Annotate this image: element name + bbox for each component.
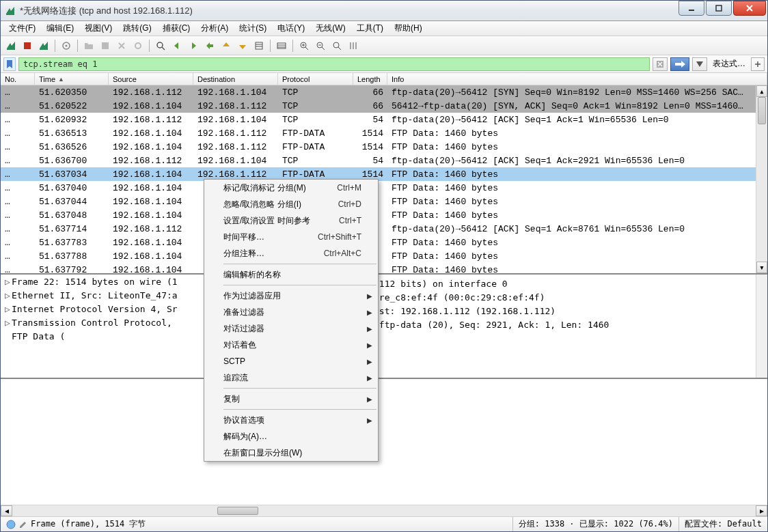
status-edit-icon[interactable] xyxy=(18,520,28,529)
options-icon[interactable] xyxy=(59,38,74,53)
filter-bookmark-icon[interactable] xyxy=(3,57,16,71)
packet-row[interactable]: …51.637788192.168.1.104FTP Data: 1460 by… xyxy=(1,249,767,263)
menu-item[interactable]: 分析(A) xyxy=(195,21,234,36)
detail-line[interactable]: ▷Internet Protocol Version 4, SrDst: 192… xyxy=(3,303,765,317)
col-header-length[interactable]: Length xyxy=(353,73,387,85)
go-forward-icon[interactable] xyxy=(186,38,201,53)
col-header-protocol[interactable]: Protocol xyxy=(278,73,353,85)
packet-row[interactable]: …51.637040192.168.1.104FTP Data: 1460 by… xyxy=(1,181,767,195)
packet-row[interactable]: …51.620932192.168.1.112192.168.1.104TCP5… xyxy=(1,113,767,126)
scroll-up-icon[interactable]: ▴ xyxy=(756,85,767,97)
scroll-thumb[interactable] xyxy=(758,97,766,124)
status-profile[interactable]: 配置文件: Default xyxy=(679,517,767,531)
packet-row[interactable]: …51.637048192.168.1.104FTP Data: 1460 by… xyxy=(1,208,767,222)
context-menu-item[interactable]: 对话过滤器▶ xyxy=(204,320,378,337)
filter-recent-icon[interactable] xyxy=(692,57,707,71)
context-menu-item[interactable]: SCTP▶ xyxy=(204,353,378,369)
packet-row[interactable]: …51.637044192.168.1.104FTP Data: 1460 by… xyxy=(1,195,767,208)
packet-row[interactable]: …51.620522192.168.1.104192.168.1.112TCP6… xyxy=(1,99,767,113)
filter-clear-icon[interactable] xyxy=(653,57,668,71)
scroll-right-icon[interactable]: ▸ xyxy=(756,505,767,516)
context-menu-item[interactable]: 准备过滤器▶ xyxy=(204,304,378,320)
filter-apply-icon[interactable] xyxy=(670,57,689,71)
context-menu-item[interactable]: 解码为(A)… xyxy=(204,428,378,445)
expression-label[interactable]: 表达式… xyxy=(710,58,748,70)
packet-row[interactable]: …51.620350192.168.1.112192.168.1.104TCP6… xyxy=(1,85,767,99)
close-button[interactable] xyxy=(733,1,766,16)
status-expert-icon[interactable] xyxy=(6,520,16,529)
packet-row[interactable]: …51.637792192.168.1.104FTP Data: 1460 by… xyxy=(1,263,767,273)
zoom-out-icon[interactable] xyxy=(313,38,328,53)
packet-vscrollbar[interactable]: ▴ ▾ xyxy=(756,85,767,273)
filter-add-icon[interactable] xyxy=(751,57,765,71)
display-filter-input[interactable] xyxy=(18,57,650,71)
packet-row[interactable]: …51.636700192.168.1.112192.168.1.104TCP5… xyxy=(1,154,767,167)
menu-item[interactable]: 编辑(E) xyxy=(41,21,79,36)
find-icon[interactable] xyxy=(153,38,168,53)
colorize-icon[interactable] xyxy=(274,38,289,53)
go-to-icon[interactable] xyxy=(202,38,217,53)
col-header-no[interactable]: No. xyxy=(1,73,35,85)
packet-row[interactable]: …51.636526192.168.1.104192.168.1.112FTP-… xyxy=(1,140,767,154)
hscroll-thumb[interactable] xyxy=(217,507,258,515)
context-menu-item[interactable]: 在新窗口显示分组(W) xyxy=(204,445,378,461)
col-header-time[interactable]: Time▲ xyxy=(35,73,109,85)
menu-item[interactable]: 视图(V) xyxy=(79,21,118,36)
packet-row[interactable]: …51.637783192.168.1.104FTP Data: 1460 by… xyxy=(1,236,767,249)
auto-scroll-icon[interactable] xyxy=(251,38,266,53)
context-menu-item[interactable]: 时间平移…Ctrl+Shift+T xyxy=(204,229,378,245)
scroll-left-icon[interactable]: ◂ xyxy=(1,505,12,516)
context-menu-item[interactable]: 忽略/取消忽略 分组(I)Ctrl+D xyxy=(204,196,378,212)
menu-item[interactable]: 捕获(C) xyxy=(157,21,196,36)
menu-item[interactable]: 跳转(G) xyxy=(118,21,156,36)
zoom-in-icon[interactable] xyxy=(297,38,312,53)
packet-row[interactable]: …51.637714192.168.1.112ftp-data(20)→5641… xyxy=(1,222,767,236)
go-back-icon[interactable] xyxy=(169,38,184,53)
maximize-button[interactable] xyxy=(706,1,732,16)
go-last-icon[interactable] xyxy=(235,38,250,53)
stop-capture-icon[interactable] xyxy=(20,38,35,53)
col-header-destination[interactable]: Destination xyxy=(193,73,278,85)
open-file-icon[interactable] xyxy=(81,38,96,53)
minimize-button[interactable] xyxy=(678,1,704,16)
menu-item[interactable]: 统计(S) xyxy=(234,21,272,36)
bytes-hscrollbar[interactable]: ◂ ▸ xyxy=(1,505,767,516)
packet-rows[interactable]: …51.620350192.168.1.112192.168.1.104TCP6… xyxy=(1,85,767,273)
packet-row[interactable]: …51.637034192.168.1.104192.168.1.112FTP-… xyxy=(1,167,767,181)
packet-details-pane[interactable]: ▷Frame 22: 1514 bytes on wire (12112 bit… xyxy=(1,275,767,379)
menu-item[interactable]: 无线(W) xyxy=(310,21,351,36)
menu-item[interactable]: 工具(T) xyxy=(351,21,389,36)
packet-list-header[interactable]: No. Time▲ Source Destination Protocol Le… xyxy=(1,73,767,85)
scroll-down-icon[interactable]: ▾ xyxy=(756,262,767,273)
packet-bytes-pane[interactable]: ◂ ▸ xyxy=(1,379,767,516)
menu-item[interactable]: 帮助(H) xyxy=(389,21,428,36)
menu-item[interactable]: 文件(F) xyxy=(3,21,41,36)
detail-line[interactable]: ▷Frame 22: 1514 bytes on wire (12112 bit… xyxy=(3,276,765,290)
context-menu-item[interactable]: 编辑解析的名称 xyxy=(204,266,378,283)
reload-icon[interactable] xyxy=(131,38,146,53)
detail-line[interactable]: ▷Ethernet II, Src: LiteonTe_47:aare_c8:e… xyxy=(3,290,765,303)
context-menu-item[interactable]: 对话着色▶ xyxy=(204,337,378,353)
close-file-icon[interactable] xyxy=(114,38,129,53)
context-menu-item[interactable]: 作为过滤器应用▶ xyxy=(204,288,378,304)
packet-row[interactable]: …51.636513192.168.1.104192.168.1.112FTP-… xyxy=(1,126,767,140)
detail-line[interactable]: ▷Transmission Control Protocol, ftp-data… xyxy=(3,317,765,331)
context-menu-item[interactable]: 复制▶ xyxy=(204,391,378,407)
go-first-icon[interactable] xyxy=(219,38,234,53)
detail-line[interactable]: FTP Data ( xyxy=(3,331,765,344)
resize-columns-icon[interactable] xyxy=(346,38,361,53)
context-menu-item[interactable]: 标记/取消标记 分组(M)Ctrl+M xyxy=(204,180,378,196)
context-menu-item[interactable]: 协议首选项▶ xyxy=(204,412,378,428)
col-header-source[interactable]: Source xyxy=(109,73,193,85)
submenu-arrow-icon: ▶ xyxy=(367,325,372,333)
context-menu-item[interactable]: 设置/取消设置 时间参考Ctrl+T xyxy=(204,212,378,229)
zoom-reset-icon[interactable] xyxy=(329,38,344,53)
context-menu-item[interactable]: 分组注释…Ctrl+Alt+C xyxy=(204,245,378,262)
context-menu-item[interactable]: 追踪流▶ xyxy=(204,369,378,386)
restart-capture-icon[interactable] xyxy=(36,38,51,53)
details-vscrollbar[interactable] xyxy=(756,275,767,378)
save-file-icon[interactable] xyxy=(98,38,113,53)
start-capture-icon[interactable] xyxy=(3,38,18,53)
menu-item[interactable]: 电话(Y) xyxy=(272,21,310,36)
col-header-info[interactable]: Info xyxy=(387,73,767,85)
